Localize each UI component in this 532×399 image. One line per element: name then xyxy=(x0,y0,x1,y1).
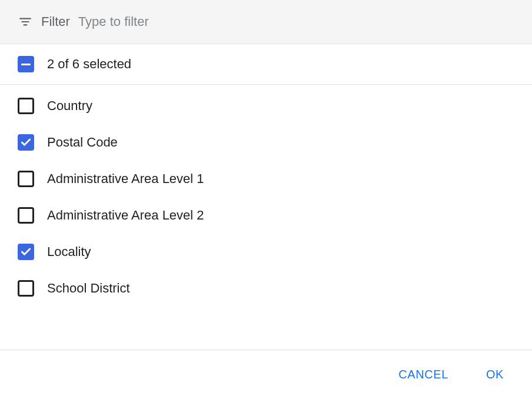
checkbox-unchecked-icon[interactable] xyxy=(18,280,34,297)
checkbox-checked-icon[interactable] xyxy=(18,134,34,151)
option-admin-area-1[interactable]: Administrative Area Level 1 xyxy=(18,171,514,187)
option-label: School District xyxy=(47,281,130,296)
option-label: Locality xyxy=(47,244,91,260)
option-label: Postal Code xyxy=(47,135,118,150)
checkbox-unchecked-icon[interactable] xyxy=(18,207,34,224)
ok-button[interactable]: OK xyxy=(481,364,508,385)
selection-summary-row[interactable]: 2 of 6 selected xyxy=(0,44,532,85)
filter-placeholder: Type to filter xyxy=(78,14,149,29)
cancel-button[interactable]: CANCEL xyxy=(394,364,453,385)
indeterminate-checkbox-icon[interactable] xyxy=(18,56,34,72)
selection-summary-text: 2 of 6 selected xyxy=(47,56,131,72)
option-label: Country xyxy=(47,98,92,114)
filter-bar[interactable]: Filter Type to filter xyxy=(0,0,532,44)
checkbox-unchecked-icon[interactable] xyxy=(18,171,34,187)
option-locality[interactable]: Locality xyxy=(18,244,514,260)
option-label: Administrative Area Level 1 xyxy=(47,171,204,187)
checkbox-unchecked-icon[interactable] xyxy=(18,98,34,114)
checkbox-checked-icon[interactable] xyxy=(18,244,34,260)
filter-label: Filter xyxy=(41,14,70,29)
option-school-district[interactable]: School District xyxy=(18,280,514,297)
options-list: Country Postal Code Administrative Area … xyxy=(0,85,532,350)
option-label: Administrative Area Level 2 xyxy=(47,208,204,223)
option-postal-code[interactable]: Postal Code xyxy=(18,134,514,151)
filter-icon xyxy=(18,14,33,29)
actions-bar: CANCEL OK xyxy=(0,350,532,399)
option-admin-area-2[interactable]: Administrative Area Level 2 xyxy=(18,207,514,224)
option-country[interactable]: Country xyxy=(18,98,514,114)
